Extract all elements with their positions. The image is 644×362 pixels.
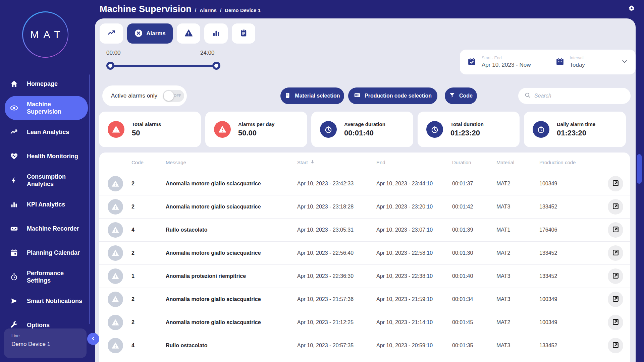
open-alarm-button[interactable] [608,199,623,215]
cell-duration: 00:01:34 [452,296,496,302]
column-duration[interactable]: Duration [452,160,496,165]
cell-production-code: 100349 [539,181,601,187]
column-code[interactable]: Code [131,160,166,165]
cell-material: MAT3 [496,343,539,349]
table-row-partial [99,357,630,362]
alarm-warning-icon [108,245,123,261]
cell-end: Apr 10, 2023 - 23:07:10 [376,227,452,233]
breadcrumb-alarms[interactable]: Alarms [200,7,217,13]
sidebar-collapse-button[interactable] [87,333,99,345]
column-start[interactable]: Start [297,159,376,165]
cell-end: Apr 10, 2023 - 23:44:10 [376,181,452,187]
alarm-warning-icon [108,292,123,307]
external-link-icon [612,226,619,234]
stat-alarms-per-day: Alarms per day 50.00 [205,112,307,147]
open-alarm-button[interactable] [608,338,623,353]
tab-trends[interactable] [100,23,123,44]
page-scrollbar[interactable] [637,154,642,184]
code-filter-button[interactable]: Code [445,87,477,104]
cell-production-code: 100349 [539,296,601,302]
alarm-warning-icon [108,338,123,353]
tab-statistics[interactable] [204,23,228,44]
device-name: Demo Device 1 [11,341,79,348]
active-alarms-toggle[interactable]: OFF [163,90,184,102]
sidebar-item-performance-settings[interactable]: Performance Settings [0,265,88,289]
breadcrumb-separator: / [220,7,221,13]
sidebar-item-consumption-analytics[interactable]: Consumption Analytics [0,168,88,192]
bar-chart-icon [10,200,18,208]
open-alarm-button[interactable] [608,222,623,238]
slider-handle-start[interactable] [106,62,114,70]
settings-gear-icon[interactable] [628,5,635,13]
search-input[interactable] [534,93,625,99]
send-icon [10,297,18,305]
column-end[interactable]: End [376,160,452,165]
open-alarm-button[interactable] [608,268,623,284]
table-row: 2 Anomalia motore giallo sciacquatrice A… [99,241,630,264]
material-icon [284,92,291,100]
stat-value: 50 [132,129,161,137]
cell-message: Anomalia motore giallo sciacquatrice [166,319,297,325]
open-alarm-button[interactable] [608,176,623,191]
trend-icon [10,128,18,136]
cell-production-code: 133452 [539,250,601,256]
active-alarms-label: Active alarms only [111,93,157,99]
sidebar-item-label: Planning Calendar [27,249,86,256]
interval-value: Today [570,62,585,68]
alarm-x-circle-icon [134,29,143,39]
start-end-picker[interactable]: Start - End Apr 10, 2023 - Now [460,56,548,68]
button-label: Production code selection [365,93,432,99]
cell-end: Apr 10, 2023 - 22:58:10 [376,250,452,256]
cell-end: Apr 10, 2023 - 21:59:10 [376,296,452,302]
sidebar-item-kpi-analytics[interactable]: KPI Analytics [0,192,88,217]
external-link-icon [612,318,619,326]
sidebar-item-machine-recorder[interactable]: Machine Recorder [0,217,88,241]
search-box [518,88,631,104]
cell-duration: 00:01:35 [452,343,496,349]
sidebar-item-homepage[interactable]: Homepage [0,72,88,96]
wrench-icon [10,321,18,329]
cell-message: Anomalia motore giallo sciacquatrice [166,204,297,210]
stat-label: Alarms per day [238,121,274,127]
breadcrumb-separator: / [195,7,196,13]
sidebar-item-smart-notifications[interactable]: Smart Notifications [0,289,88,313]
calendar-icon [10,249,18,257]
material-selection-button[interactable]: Material selection [280,87,344,104]
table-row: 2 Anomalia motore giallo sciacquatrice A… [99,172,630,195]
sidebar-item-machine-supervision[interactable]: Machine Supervision [5,96,88,120]
tab-warnings[interactable] [177,23,200,44]
cell-duration: 00:01:40 [452,273,496,279]
bolt-icon [10,176,18,184]
column-message[interactable]: Message [166,160,297,165]
cell-code: 4 [131,227,166,233]
sidebar-item-lean-analytics[interactable]: Lean Analytics [0,120,88,144]
sidebar-scrollbar[interactable] [89,74,90,324]
tab-label: Alarms [146,30,166,37]
tab-alarms[interactable]: Alarms [127,23,173,44]
sidebar-item-label: Machine Supervision [27,101,86,115]
tab-report[interactable] [232,23,255,44]
open-alarm-button[interactable] [608,292,623,307]
alarm-warning-icon [108,222,123,238]
cell-material: MAT2 [496,250,539,256]
cell-production-code: 133452 [539,343,601,349]
slider-handle-end[interactable] [212,62,220,70]
open-alarm-button[interactable] [608,315,623,330]
column-material[interactable]: Material [496,160,539,165]
cell-production-code: 133452 [539,204,601,210]
breadcrumb-device[interactable]: Demo Device 1 [225,7,261,13]
cell-end: Apr 10, 2023 - 22:38:10 [376,273,452,279]
calendar-check-icon [467,57,476,67]
table-header: Code Message Start End Duration Material… [99,153,630,172]
open-alarm-button[interactable] [608,245,623,261]
time-range-slider[interactable] [110,65,217,67]
interval-select[interactable]: Interval Today [548,56,636,68]
sidebar-item-planning-calendar[interactable]: Planning Calendar [0,241,88,265]
production-code-selection-button[interactable]: Production code selection [348,87,437,104]
sidebar-item-label: Lean Analytics [27,128,86,136]
cell-end: Apr 10, 2023 - 20:59:10 [376,343,452,349]
device-selector-card[interactable]: Line Demo Device 1 [4,328,87,358]
stopwatch-icon [320,121,337,138]
sidebar-item-health-monitoring[interactable]: Health Monitoring [0,144,88,168]
column-production-code[interactable]: Production code [539,160,601,165]
